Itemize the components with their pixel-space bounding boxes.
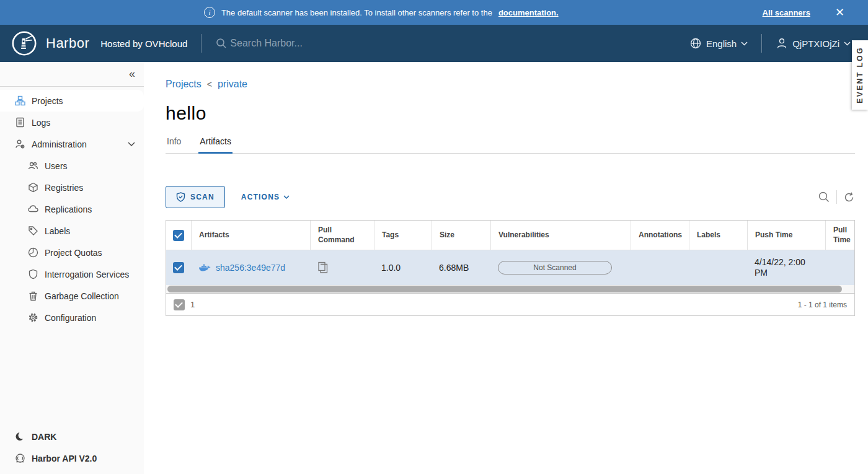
horizontal-scrollbar[interactable] xyxy=(166,285,854,293)
row-checkbox[interactable] xyxy=(173,262,184,273)
sidebar-item-label: Logs xyxy=(32,118,50,128)
event-log-label: EVENT LOG xyxy=(856,46,864,103)
sidebar-item-label: Interrogation Services xyxy=(45,270,129,279)
replications-icon xyxy=(28,204,38,214)
info-icon: i xyxy=(204,7,215,18)
selected-count: 1 xyxy=(190,300,195,309)
user-icon xyxy=(776,37,788,50)
hosted-by-label: Hosted by OVHcloud xyxy=(100,38,187,49)
global-search[interactable] xyxy=(215,37,366,50)
collapse-sidebar-icon[interactable]: « xyxy=(129,68,135,81)
table-footer: 1 1 - 1 of 1 items xyxy=(166,293,854,315)
globe-icon xyxy=(689,37,702,50)
user-menu[interactable]: QjPTXIOjZi xyxy=(776,37,851,50)
scan-button[interactable]: SCAN xyxy=(166,186,225,208)
column-header-push-time[interactable]: Push Time xyxy=(747,221,825,250)
column-header-pull-time[interactable]: Pull Time xyxy=(825,221,858,250)
artifacts-table: Artifacts Pull Command Tags Size Vulnera… xyxy=(166,220,855,316)
docker-icon xyxy=(198,263,211,273)
projects-icon xyxy=(15,95,25,106)
chevron-down-icon xyxy=(844,42,851,46)
scrollbar-thumb[interactable] xyxy=(167,286,842,292)
tags-cell: 1.0.0 xyxy=(374,250,432,285)
table-header-row: Artifacts Pull Command Tags Size Vulnera… xyxy=(166,221,854,250)
trash-icon xyxy=(28,291,38,301)
sidebar-item-label: Users xyxy=(45,161,68,171)
sidebar-item-replications[interactable]: Replications xyxy=(0,198,144,220)
filter-search-icon[interactable] xyxy=(818,191,830,203)
api-icon xyxy=(15,453,25,463)
sidebar-item-configuration[interactable]: Configuration xyxy=(0,307,144,328)
harbor-logo xyxy=(11,30,37,56)
app-header: Harbor Hosted by OVHcloud English xyxy=(0,25,868,62)
sidebar-item-garbage-collection[interactable]: Garbage Collection xyxy=(0,285,144,307)
tab-bar: Info Artifacts xyxy=(166,133,855,154)
language-menu[interactable]: English xyxy=(689,37,748,50)
toolbar-divider xyxy=(836,190,837,204)
column-header-tags[interactable]: Tags xyxy=(374,221,432,250)
size-cell: 6.68MB xyxy=(432,250,490,285)
artifact-digest-link[interactable]: sha256:3e49e77d xyxy=(216,263,285,273)
refresh-icon[interactable] xyxy=(843,191,855,203)
sidebar-item-label: Administration xyxy=(32,139,87,149)
sidebar-item-administration[interactable]: Administration xyxy=(0,133,144,155)
push-time-cell: 4/14/22, 2:00 PM xyxy=(747,250,825,285)
users-icon xyxy=(28,160,38,171)
sidebar-item-label: Labels xyxy=(45,226,70,236)
header-divider xyxy=(761,34,762,53)
sidebar-item-label: Configuration xyxy=(45,313,96,323)
username-label: QjPTXIOjZi xyxy=(792,38,839,49)
harbor-api-link[interactable]: Harbor API V2.0 xyxy=(0,447,144,469)
chevron-down-icon xyxy=(741,42,748,46)
sidebar-item-users[interactable]: Users xyxy=(0,155,144,177)
all-scanners-link[interactable]: All scanners xyxy=(763,8,810,17)
column-header-size[interactable]: Size xyxy=(432,221,490,250)
sidebar-item-registries[interactable]: Registries xyxy=(0,177,144,198)
copy-icon[interactable] xyxy=(317,261,329,274)
shield-check-icon xyxy=(176,192,185,202)
actions-button-label: ACTIONS xyxy=(241,193,280,201)
annotations-cell xyxy=(631,250,689,285)
sidebar-item-label: Garbage Collection xyxy=(45,291,119,301)
close-icon[interactable]: ✕ xyxy=(835,7,844,18)
breadcrumb: Projects < private xyxy=(166,79,855,90)
column-header-annotations[interactable]: Annotations xyxy=(631,221,689,250)
main-content: Projects < private hello Info Artifacts … xyxy=(144,62,868,474)
breadcrumb-projects-link[interactable]: Projects xyxy=(166,79,202,90)
tab-artifacts[interactable]: Artifacts xyxy=(198,133,232,154)
labels-icon xyxy=(28,226,38,236)
sidebar-item-logs[interactable]: Logs xyxy=(0,112,144,133)
sidebar-item-label: Replications xyxy=(45,204,92,214)
header-divider xyxy=(201,34,202,53)
column-header-labels[interactable]: Labels xyxy=(689,221,747,250)
language-label: English xyxy=(706,38,737,49)
sidebar-item-projects[interactable]: Projects xyxy=(0,90,144,112)
column-header-vulnerabilities[interactable]: Vulnerabilities xyxy=(490,221,631,250)
caret-down-icon xyxy=(283,195,290,199)
notification-banner: i The default scanner has been installed… xyxy=(0,0,868,25)
tab-info[interactable]: Info xyxy=(166,133,182,153)
banner-message: The default scanner has been installed. … xyxy=(221,8,492,17)
search-input[interactable] xyxy=(230,38,366,49)
actions-menu-button[interactable]: ACTIONS xyxy=(241,193,290,201)
moon-icon xyxy=(15,431,25,442)
breadcrumb-private-link[interactable]: private xyxy=(218,79,247,90)
sidebar-item-labels[interactable]: Labels xyxy=(0,220,144,242)
sidebar: « Projects Logs xyxy=(0,62,144,474)
breadcrumb-separator: < xyxy=(207,79,212,89)
quotas-icon xyxy=(28,247,38,258)
select-all-checkbox[interactable] xyxy=(173,230,184,241)
brand-title: Harbor xyxy=(46,35,89,51)
table-row: sha256:3e49e77d 1.0.0 6.68MB Not Scanned… xyxy=(166,250,854,285)
event-log-tab[interactable]: EVENT LOG xyxy=(852,40,868,110)
sidebar-item-interrogation-services[interactable]: Interrogation Services xyxy=(0,263,144,285)
column-header-pull-command[interactable]: Pull Command xyxy=(310,221,374,250)
documentation-link[interactable]: documentation. xyxy=(498,8,559,17)
search-icon xyxy=(215,37,228,50)
sidebar-item-project-quotas[interactable]: Project Quotas xyxy=(0,242,144,263)
administration-icon xyxy=(15,139,25,149)
column-header-artifacts[interactable]: Artifacts xyxy=(191,221,310,250)
dark-theme-toggle[interactable]: DARK xyxy=(0,426,144,447)
artifact-toolbar: SCAN ACTIONS xyxy=(166,186,855,208)
gear-icon xyxy=(28,312,38,323)
